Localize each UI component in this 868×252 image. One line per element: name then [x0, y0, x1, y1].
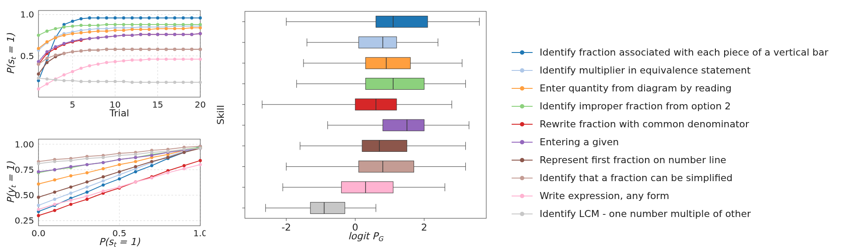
svg-point-252 — [37, 182, 40, 186]
legend-label: Identify LCM - one number multiple of ot… — [540, 208, 751, 219]
svg-point-68 — [165, 27, 168, 30]
svg-point-29 — [173, 16, 176, 19]
svg-point-327 — [182, 167, 185, 170]
svg-point-326 — [166, 171, 169, 174]
svg-point-256 — [101, 167, 105, 170]
svg-rect-381 — [366, 78, 424, 90]
svg-point-212 — [199, 80, 202, 84]
svg-point-85 — [139, 23, 142, 26]
svg-point-163 — [122, 48, 125, 51]
svg-point-186 — [148, 58, 151, 61]
svg-point-274 — [37, 214, 40, 217]
legend-line-icon — [512, 106, 533, 107]
svg-point-18 — [80, 17, 83, 20]
svg-point-126 — [148, 33, 151, 36]
svg-point-159 — [88, 49, 91, 52]
svg-point-246 — [118, 173, 121, 176]
svg-point-80 — [97, 24, 100, 27]
svg-point-87 — [156, 23, 159, 26]
svg-point-333 — [101, 156, 105, 159]
svg-point-190 — [181, 58, 185, 61]
svg-point-288 — [85, 163, 88, 166]
svg-point-182 — [114, 60, 117, 63]
svg-point-335 — [134, 153, 137, 156]
svg-point-118 — [80, 38, 83, 41]
svg-point-154 — [45, 57, 49, 60]
svg-point-133 — [37, 73, 40, 76]
svg-point-253 — [53, 178, 56, 182]
svg-point-59 — [88, 30, 91, 33]
svg-point-184 — [131, 59, 134, 62]
svg-point-131 — [190, 33, 193, 36]
svg-point-116 — [63, 42, 66, 45]
svg-point-58 — [80, 31, 83, 34]
svg-point-179 — [88, 64, 91, 67]
mid-column: -202logit PGSkill — [210, 4, 498, 248]
svg-point-129 — [173, 33, 176, 36]
svg-point-172 — [199, 48, 202, 51]
svg-point-123 — [122, 34, 125, 37]
svg-point-174 — [45, 82, 49, 85]
svg-point-160 — [97, 49, 100, 52]
svg-point-162 — [114, 48, 117, 51]
svg-point-323 — [118, 186, 121, 189]
legend-item: Identify improper fraction from option 2 — [512, 101, 864, 112]
svg-point-69 — [173, 27, 176, 30]
svg-text:P(st = 1): P(st = 1) — [99, 236, 141, 248]
svg-point-171 — [190, 48, 193, 51]
svg-text:2: 2 — [421, 222, 427, 233]
svg-point-305 — [182, 151, 185, 154]
svg-point-61 — [105, 30, 108, 33]
svg-point-169 — [173, 48, 176, 51]
svg-point-83 — [122, 23, 125, 26]
svg-point-57 — [71, 32, 74, 35]
svg-point-122 — [114, 35, 117, 38]
svg-point-119 — [88, 37, 91, 40]
svg-point-233 — [85, 191, 88, 194]
svg-rect-417 — [310, 202, 345, 214]
svg-point-209 — [173, 80, 176, 84]
svg-point-54 — [45, 40, 49, 43]
legend-label: Represent first fraction on number line — [540, 154, 726, 165]
svg-point-25 — [139, 16, 142, 19]
svg-point-285 — [37, 170, 40, 173]
svg-point-193 — [37, 77, 40, 80]
svg-point-275 — [53, 209, 56, 212]
svg-point-28 — [165, 16, 168, 19]
svg-point-176 — [63, 73, 66, 76]
svg-point-329 — [37, 162, 40, 165]
figure-wrap: 0.51.05101520TrialP(st = 1) 0.250.500.75… — [0, 0, 868, 252]
svg-point-194 — [45, 77, 49, 80]
svg-point-158 — [80, 49, 83, 52]
svg-point-237 — [150, 164, 153, 167]
legend-line-icon — [512, 196, 533, 196]
svg-point-318 — [37, 208, 40, 211]
svg-point-286 — [53, 168, 56, 171]
svg-point-189 — [173, 58, 176, 61]
svg-point-89 — [173, 23, 176, 26]
svg-point-200 — [97, 80, 100, 83]
svg-point-75 — [54, 27, 57, 30]
svg-text:15: 15 — [152, 99, 163, 110]
svg-point-236 — [134, 170, 137, 173]
svg-point-283 — [182, 164, 185, 167]
svg-point-301 — [118, 170, 121, 173]
svg-point-60 — [97, 30, 100, 33]
svg-point-27 — [156, 16, 159, 19]
svg-text:Trial: Trial — [109, 108, 129, 119]
svg-point-211 — [190, 80, 193, 84]
svg-point-242 — [53, 198, 56, 201]
svg-point-63 — [122, 29, 125, 32]
svg-point-287 — [69, 165, 72, 168]
svg-point-289 — [101, 161, 105, 164]
svg-point-177 — [71, 70, 74, 73]
legend-label: Identify improper fraction from option 2 — [540, 101, 731, 112]
svg-point-53 — [37, 47, 40, 50]
svg-point-114 — [45, 50, 49, 53]
svg-point-241 — [37, 204, 40, 207]
svg-point-64 — [131, 28, 134, 31]
svg-point-257 — [118, 163, 121, 166]
svg-point-84 — [131, 23, 134, 26]
legend-line-icon — [512, 178, 533, 178]
svg-point-19 — [88, 16, 91, 19]
